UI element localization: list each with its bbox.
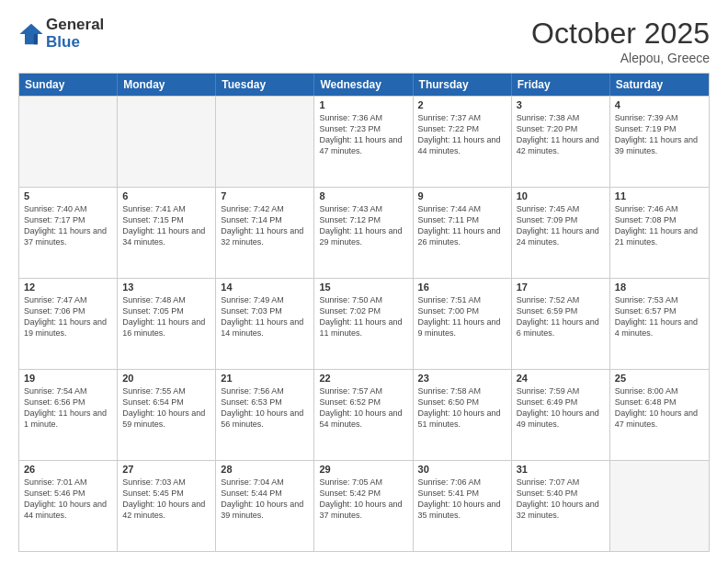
week-row-4: 19Sunrise: 7:54 AMSunset: 6:56 PMDayligh… <box>19 369 709 460</box>
day-cell-22: 22Sunrise: 7:57 AMSunset: 6:52 PMDayligh… <box>314 370 413 460</box>
day-number: 2 <box>418 99 506 110</box>
day-number: 17 <box>517 282 605 293</box>
day-cell-26: 26Sunrise: 7:01 AMSunset: 5:46 PMDayligh… <box>19 461 118 551</box>
empty-cell <box>118 97 216 187</box>
header-thursday: Thursday <box>414 74 512 96</box>
day-number: 29 <box>319 464 407 475</box>
day-info: Sunrise: 7:56 AMSunset: 6:53 PMDaylight:… <box>221 385 309 431</box>
day-cell-5: 5Sunrise: 7:40 AMSunset: 7:17 PMDaylight… <box>19 188 118 278</box>
day-cell-16: 16Sunrise: 7:51 AMSunset: 7:00 PMDayligh… <box>414 279 512 369</box>
location: Alepou, Greece <box>531 51 710 65</box>
month-title: October 2025 <box>531 17 710 51</box>
week-row-3: 12Sunrise: 7:47 AMSunset: 7:06 PMDayligh… <box>19 278 709 369</box>
logo-general: General <box>46 17 104 34</box>
day-info: Sunrise: 7:36 AMSunset: 7:23 PMDaylight:… <box>319 112 407 157</box>
day-cell-4: 4Sunrise: 7:39 AMSunset: 7:19 PMDaylight… <box>610 97 709 187</box>
day-cell-14: 14Sunrise: 7:49 AMSunset: 7:03 PMDayligh… <box>216 279 314 369</box>
empty-cell <box>610 461 709 551</box>
day-info: Sunrise: 7:07 AMSunset: 5:40 PMDaylight:… <box>517 477 605 522</box>
day-cell-30: 30Sunrise: 7:06 AMSunset: 5:41 PMDayligh… <box>414 461 512 551</box>
day-number: 26 <box>24 464 112 475</box>
day-cell-7: 7Sunrise: 7:42 AMSunset: 7:14 PMDaylight… <box>216 188 314 278</box>
day-number: 19 <box>24 373 112 384</box>
day-info: Sunrise: 7:42 AMSunset: 7:14 PMDaylight:… <box>221 203 309 248</box>
header-monday: Monday <box>118 74 216 96</box>
day-cell-13: 13Sunrise: 7:48 AMSunset: 7:05 PMDayligh… <box>118 279 216 369</box>
day-number: 21 <box>221 373 309 384</box>
title-block: October 2025 Alepou, Greece <box>531 17 710 65</box>
day-info: Sunrise: 8:00 AMSunset: 6:48 PMDaylight:… <box>615 385 704 431</box>
header-saturday: Saturday <box>610 74 709 96</box>
day-info: Sunrise: 7:04 AMSunset: 5:44 PMDaylight:… <box>221 477 309 522</box>
day-number: 15 <box>319 282 407 293</box>
day-number: 12 <box>24 282 112 293</box>
day-info: Sunrise: 7:53 AMSunset: 6:57 PMDaylight:… <box>615 294 704 339</box>
day-cell-3: 3Sunrise: 7:38 AMSunset: 7:20 PMDaylight… <box>512 97 610 187</box>
day-cell-21: 21Sunrise: 7:56 AMSunset: 6:53 PMDayligh… <box>216 370 314 460</box>
day-number: 27 <box>122 464 210 475</box>
week-row-1: 1Sunrise: 7:36 AMSunset: 7:23 PMDaylight… <box>19 96 709 187</box>
day-number: 25 <box>615 373 704 384</box>
day-number: 22 <box>319 373 407 384</box>
day-info: Sunrise: 7:58 AMSunset: 6:50 PMDaylight:… <box>418 385 506 431</box>
day-cell-29: 29Sunrise: 7:05 AMSunset: 5:42 PMDayligh… <box>314 461 413 551</box>
calendar-header: Sunday Monday Tuesday Wednesday Thursday… <box>19 74 709 96</box>
day-number: 30 <box>418 464 506 475</box>
day-number: 6 <box>122 190 210 201</box>
day-number: 18 <box>615 282 704 293</box>
day-info: Sunrise: 7:48 AMSunset: 7:05 PMDaylight:… <box>122 294 210 339</box>
calendar-body: 1Sunrise: 7:36 AMSunset: 7:23 PMDaylight… <box>19 96 709 551</box>
day-cell-1: 1Sunrise: 7:36 AMSunset: 7:23 PMDaylight… <box>314 97 413 187</box>
day-number: 11 <box>615 190 704 201</box>
day-number: 16 <box>418 282 506 293</box>
day-cell-2: 2Sunrise: 7:37 AMSunset: 7:22 PMDaylight… <box>414 97 512 187</box>
logo-blue: Blue <box>46 34 104 52</box>
logo: General Blue <box>18 17 104 51</box>
day-cell-10: 10Sunrise: 7:45 AMSunset: 7:09 PMDayligh… <box>512 188 610 278</box>
day-cell-18: 18Sunrise: 7:53 AMSunset: 6:57 PMDayligh… <box>610 279 709 369</box>
header-friday: Friday <box>512 74 610 96</box>
day-cell-12: 12Sunrise: 7:47 AMSunset: 7:06 PMDayligh… <box>19 279 118 369</box>
day-number: 31 <box>517 464 605 475</box>
day-info: Sunrise: 7:59 AMSunset: 6:49 PMDaylight:… <box>517 385 605 431</box>
page: General Blue October 2025 Alepou, Greece… <box>0 0 728 563</box>
day-number: 13 <box>122 282 210 293</box>
day-info: Sunrise: 7:57 AMSunset: 6:52 PMDaylight:… <box>319 385 407 431</box>
day-number: 10 <box>517 190 605 201</box>
day-info: Sunrise: 7:06 AMSunset: 5:41 PMDaylight:… <box>418 477 506 522</box>
day-number: 8 <box>319 190 407 201</box>
day-cell-25: 25Sunrise: 8:00 AMSunset: 6:48 PMDayligh… <box>610 370 709 460</box>
day-info: Sunrise: 7:37 AMSunset: 7:22 PMDaylight:… <box>418 112 506 157</box>
day-cell-17: 17Sunrise: 7:52 AMSunset: 6:59 PMDayligh… <box>512 279 610 369</box>
day-cell-28: 28Sunrise: 7:04 AMSunset: 5:44 PMDayligh… <box>216 461 314 551</box>
day-info: Sunrise: 7:45 AMSunset: 7:09 PMDaylight:… <box>517 203 605 248</box>
day-info: Sunrise: 7:47 AMSunset: 7:06 PMDaylight:… <box>24 294 112 339</box>
day-number: 3 <box>517 99 605 110</box>
day-info: Sunrise: 7:50 AMSunset: 7:02 PMDaylight:… <box>319 294 407 339</box>
day-cell-6: 6Sunrise: 7:41 AMSunset: 7:15 PMDaylight… <box>118 188 216 278</box>
day-info: Sunrise: 7:03 AMSunset: 5:45 PMDaylight:… <box>122 477 210 522</box>
day-info: Sunrise: 7:40 AMSunset: 7:17 PMDaylight:… <box>24 203 112 248</box>
day-cell-9: 9Sunrise: 7:44 AMSunset: 7:11 PMDaylight… <box>414 188 512 278</box>
day-cell-8: 8Sunrise: 7:43 AMSunset: 7:12 PMDaylight… <box>314 188 413 278</box>
day-cell-19: 19Sunrise: 7:54 AMSunset: 6:56 PMDayligh… <box>19 370 118 460</box>
calendar: Sunday Monday Tuesday Wednesday Thursday… <box>18 73 710 552</box>
empty-cell <box>19 97 118 187</box>
day-cell-15: 15Sunrise: 7:50 AMSunset: 7:02 PMDayligh… <box>314 279 413 369</box>
day-info: Sunrise: 7:43 AMSunset: 7:12 PMDaylight:… <box>319 203 407 248</box>
day-info: Sunrise: 7:55 AMSunset: 6:54 PMDaylight:… <box>122 385 210 431</box>
header-wednesday: Wednesday <box>314 74 413 96</box>
day-info: Sunrise: 7:44 AMSunset: 7:11 PMDaylight:… <box>418 203 506 248</box>
day-number: 5 <box>24 190 112 201</box>
week-row-2: 5Sunrise: 7:40 AMSunset: 7:17 PMDaylight… <box>19 187 709 278</box>
week-row-5: 26Sunrise: 7:01 AMSunset: 5:46 PMDayligh… <box>19 460 709 551</box>
day-cell-31: 31Sunrise: 7:07 AMSunset: 5:40 PMDayligh… <box>512 461 610 551</box>
day-number: 9 <box>418 190 506 201</box>
day-info: Sunrise: 7:39 AMSunset: 7:19 PMDaylight:… <box>615 112 704 157</box>
header-sunday: Sunday <box>19 74 118 96</box>
day-info: Sunrise: 7:05 AMSunset: 5:42 PMDaylight:… <box>319 477 407 522</box>
day-number: 1 <box>319 99 407 110</box>
day-info: Sunrise: 7:52 AMSunset: 6:59 PMDaylight:… <box>517 294 605 339</box>
day-info: Sunrise: 7:54 AMSunset: 6:56 PMDaylight:… <box>24 385 112 431</box>
header-tuesday: Tuesday <box>216 74 314 96</box>
